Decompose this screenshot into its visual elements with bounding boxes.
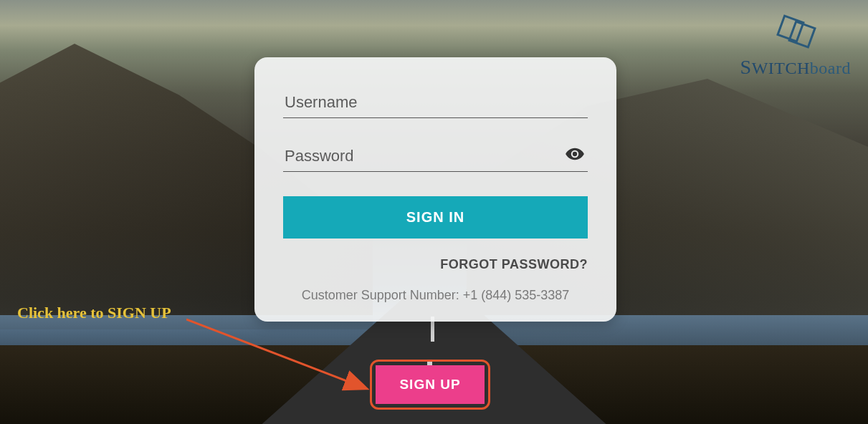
username-field-wrap [283,89,588,118]
password-field-wrap [283,143,588,172]
sign-up-button[interactable]: SIGN UP [376,365,485,404]
brand-name-mid: WITCH [752,59,810,77]
background-image: SWITCHboard SIGN IN FORGOT PASSWORD? Cus… [0,0,868,424]
show-password-icon[interactable] [565,144,585,164]
brand-name-cap: S [740,56,752,78]
annotation-callout-text: Click here to SIGN UP [17,304,171,322]
password-input[interactable] [283,143,588,172]
forgot-password-link[interactable]: FORGOT PASSWORD? [283,257,588,272]
username-input[interactable] [283,89,588,118]
brand-name: SWITCHboard [740,56,851,79]
brand-logo: SWITCHboard [740,14,851,79]
login-card: SIGN IN FORGOT PASSWORD? Customer Suppor… [254,57,616,322]
support-number-text: Customer Support Number: +1 (844) 535-33… [283,288,588,303]
logo-squares-icon [771,14,821,54]
brand-name-accent: board [810,59,851,77]
sign-in-button[interactable]: SIGN IN [283,196,588,238]
signup-highlight-box: SIGN UP [370,360,490,410]
